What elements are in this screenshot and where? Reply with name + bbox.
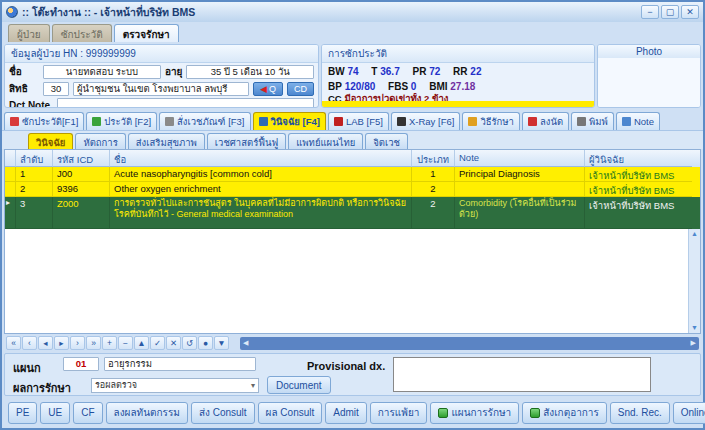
bmi-value: 27.18 — [450, 81, 475, 92]
rr-value: 22 — [470, 66, 481, 77]
care-plan-button[interactable]: แผนการรักษา — [430, 402, 519, 424]
admit-button[interactable]: Admit — [325, 402, 367, 424]
header-type[interactable]: ประเภท — [412, 150, 455, 167]
subtab-psychiatry[interactable]: จิตเวช — [365, 133, 408, 149]
drug-allergy-button[interactable]: การแพ้ยา — [370, 402, 428, 424]
footer-panel: แผนก 01 อายุรกรรม ผลการรักษา รอผลตรวจ ▾ … — [4, 353, 701, 396]
header-name[interactable]: ชื่อ — [110, 150, 412, 167]
scroll-up-icon: ▲ — [691, 229, 698, 239]
nav-bookmark-icon[interactable]: ● — [198, 336, 213, 350]
header-seq[interactable]: ลำดับ — [16, 150, 53, 167]
nav-delete-icon[interactable]: − — [118, 336, 133, 350]
nav-prior-page-icon[interactable]: ‹ — [22, 336, 37, 350]
tab-xray-f6[interactable]: X-Ray [F6] — [391, 112, 460, 130]
tab-treatment[interactable]: วิธีรักษา — [462, 112, 520, 130]
scroll-left-icon: ◀ — [243, 339, 248, 347]
title-bar: :: โต๊ะทำงาน :: - เจ้าหน้าที่บริษัท BMS … — [2, 2, 703, 22]
tab-order-f3[interactable]: สั่งเวชภัณฑ์ [F3] — [159, 112, 250, 130]
chevron-down-icon: ▾ — [251, 379, 255, 392]
nav-edit-icon[interactable]: ▲ — [134, 336, 149, 350]
minimize-icon[interactable]: − — [641, 5, 659, 19]
dept-name-field[interactable]: อายุรกรรม — [104, 357, 256, 371]
note-icon — [622, 117, 631, 126]
photo-placeholder — [598, 58, 700, 108]
nav-post-icon[interactable]: ✓ — [150, 336, 165, 350]
provisional-dx-label: Provisional dx. — [307, 360, 385, 372]
subtab-procedure[interactable]: หัตถการ — [75, 133, 125, 149]
info-row: ข้อมูลผู้ป่วย HN : 999999999 ชื่อ นายทดส… — [2, 42, 703, 110]
scroll-down-icon: ▼ — [691, 323, 698, 333]
tab-record-f2[interactable]: ประวัติ [F2] — [86, 112, 157, 130]
subtab-health-promotion[interactable]: ส่งเสริมสุขภาพ — [128, 133, 205, 149]
tab-examination[interactable]: ตรวจรักษา — [114, 24, 179, 42]
tab-print[interactable]: พิมพ์ — [571, 112, 614, 130]
subtab-diagnosis[interactable]: วินิจฉัย — [28, 133, 73, 149]
dept-code-field[interactable]: 01 — [63, 357, 99, 371]
table-row[interactable]: 2 9396 Other oxygen enrichment 2 เจ้าหน้… — [5, 182, 700, 197]
provisional-dx-input[interactable] — [393, 357, 651, 392]
pe-button[interactable]: PE — [8, 402, 37, 424]
patient-name-field[interactable]: นายทดสอบ ระบบ — [43, 65, 161, 79]
ue-button[interactable]: UE — [40, 402, 70, 424]
printer-icon — [577, 117, 586, 126]
close-icon[interactable]: ✕ — [681, 5, 699, 19]
app-window: :: โต๊ะทำงาน :: - เจ้าหน้าที่บริษัท BMS … — [0, 0, 705, 430]
patient-info-panel: ข้อมูลผู้ป่วย HN : 999999999 ชื่อ นายทดส… — [4, 44, 319, 108]
vertical-scrollbar[interactable]: ▲ ▼ — [688, 229, 700, 333]
send-consult-button[interactable]: ส่ง Consult — [191, 402, 255, 424]
subtab-thai-medicine[interactable]: แพทย์แผนไทย — [288, 133, 363, 149]
nav-filter-icon[interactable]: ▼ — [214, 336, 229, 350]
speech-icon — [10, 117, 19, 126]
nav-first-icon[interactable]: « — [6, 336, 21, 350]
history-panel-title: การซักประวัติ — [322, 45, 594, 63]
observe-button[interactable]: สังเกตุอาการ — [522, 402, 607, 424]
tab-appointment[interactable]: ลงนัด — [522, 112, 569, 130]
age-label: อายุ — [165, 64, 182, 79]
app-icon — [6, 6, 18, 18]
tab-history-f1[interactable]: ซักประวัติ[F1] — [4, 112, 84, 130]
cd-button[interactable]: CD — [287, 82, 314, 96]
nav-last-icon[interactable]: » — [86, 336, 101, 350]
right-code-field[interactable]: 30 — [43, 82, 69, 96]
tab-note[interactable]: Note — [616, 112, 660, 130]
online-consult-button[interactable]: Online Consult — [673, 402, 705, 424]
cf-button[interactable]: CF — [73, 402, 102, 424]
nav-refresh-icon[interactable]: ↺ — [182, 336, 197, 350]
table-header: ลำดับ รหัส ICD ชื่อ ประเภท Note ผู้วินิจ… — [5, 150, 700, 167]
horizontal-scrollbar[interactable]: ◀ ▶ — [240, 337, 699, 350]
right-name-field[interactable]: ผู้นำชุมชน ในเขต โรงพยาบาล ลพบุรี — [73, 82, 249, 96]
history-panel: การซักประวัติ BW 74 T 36.7 PR 72 RR 22 B… — [321, 44, 595, 108]
tab-diagnosis-f4[interactable]: วินิจฉัย [F4] — [253, 112, 327, 130]
header-icd[interactable]: รหัส ICD — [53, 150, 110, 167]
tab-lab-f5[interactable]: LAB [F5] — [328, 112, 389, 130]
age-field[interactable]: 35 ปี 5 เดือน 10 วัน — [186, 65, 314, 79]
maximize-icon[interactable]: ▢ — [661, 5, 679, 19]
table-row-selected[interactable]: ▸ 3 Z000 การตรวจทั่วไปและการชันสูตร ในบุ… — [5, 197, 700, 229]
snd-rec-button[interactable]: Snd. Rec. — [610, 402, 670, 424]
xray-icon — [397, 117, 406, 126]
subtab-rehab[interactable]: เวชศาสตร์ฟื้นฟู — [207, 133, 286, 149]
nav-insert-icon[interactable]: + — [102, 336, 117, 350]
header-note[interactable]: Note — [455, 150, 585, 167]
nav-prior-icon[interactable]: ◂ — [38, 336, 53, 350]
tab-patient[interactable]: ผู้ป่วย — [8, 24, 50, 42]
treatment-result-select[interactable]: รอผลตรวจ ▾ — [91, 378, 259, 393]
right-label: สิทธิ — [9, 81, 39, 96]
dental-result-button[interactable]: ลงผลทันตกรรม — [106, 402, 188, 424]
fbs-value: 0 — [411, 81, 417, 92]
nav-cancel-icon[interactable]: ✕ — [166, 336, 181, 350]
nav-next-icon[interactable]: ▸ — [54, 336, 69, 350]
header-diagnoser[interactable]: ผู้วินิจฉัย — [585, 150, 692, 167]
nav-next-page-icon[interactable]: › — [70, 336, 85, 350]
dct-note-field[interactable] — [57, 98, 314, 108]
consult-result-button[interactable]: ผล Consult — [258, 402, 323, 424]
dct-note-label: Dct.Note. — [9, 100, 53, 109]
table-empty-area: ▲ ▼ — [5, 229, 700, 333]
document-button[interactable]: Document — [267, 376, 331, 394]
table-row[interactable]: 1 J00 Acute nasopharyngitis [common cold… — [5, 167, 700, 182]
treatment-icon — [468, 117, 477, 126]
row-selection-marker: ▸ — [5, 197, 16, 229]
temp-value: 36.7 — [380, 66, 399, 77]
tab-history[interactable]: ซักประวัติ — [52, 24, 112, 42]
queue-button[interactable]: ◀Q — [253, 82, 283, 96]
